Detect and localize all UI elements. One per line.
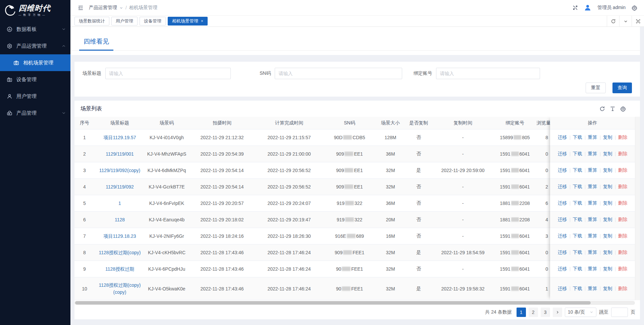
migrate-action-link[interactable]: 迁移 xyxy=(558,151,567,157)
download-action-link[interactable]: 下载 xyxy=(573,266,582,272)
sidebar-item-数据看板[interactable]: 数据看板 xyxy=(0,21,70,38)
scene-title-link[interactable]: 1128 xyxy=(115,217,125,222)
breadcrumb-parent[interactable]: 产品运营管理 xyxy=(89,5,117,11)
recompute-action-link[interactable]: 重算 xyxy=(588,200,597,206)
migrate-action-link[interactable]: 迁移 xyxy=(558,266,567,272)
scene-title-link[interactable]: 1128授权过期(copy) xyxy=(99,250,141,255)
migrate-action-link[interactable]: 迁移 xyxy=(558,286,567,292)
copy-action-link[interactable]: 复制 xyxy=(603,151,612,157)
scene-title-link[interactable]: 1129/119/001 xyxy=(106,151,134,157)
scene-title-link[interactable]: 项目1129.18.23 xyxy=(103,233,136,239)
recompute-action-link[interactable]: 重算 xyxy=(588,286,597,292)
copy-action-link[interactable]: 复制 xyxy=(603,200,612,206)
page-button-1[interactable]: 1 xyxy=(517,308,526,317)
download-action-link[interactable]: 下载 xyxy=(573,151,582,157)
nav-tab-设备管理[interactable]: 设备管理 xyxy=(140,17,166,25)
copy-action-link[interactable]: 复制 xyxy=(603,250,612,256)
scene-title-link[interactable]: 1128授权过期 xyxy=(105,266,134,272)
copy-action-link[interactable]: 复制 xyxy=(603,266,612,272)
sidebar-collapse-icon[interactable] xyxy=(78,5,84,11)
migrate-action-link[interactable]: 迁移 xyxy=(558,250,567,256)
download-action-link[interactable]: 下载 xyxy=(573,167,582,173)
migrate-action-link[interactable]: 迁移 xyxy=(558,184,567,190)
maximize-frame-icon[interactable] xyxy=(632,16,644,26)
migrate-action-link[interactable]: 迁移 xyxy=(558,233,567,239)
recompute-action-link[interactable]: 重算 xyxy=(588,134,597,141)
chevron-down-icon[interactable] xyxy=(619,16,632,26)
horizontal-scrollbar-thumb[interactable] xyxy=(75,301,591,305)
delete-action-link[interactable]: 删除 xyxy=(618,200,628,206)
download-action-link[interactable]: 下载 xyxy=(573,233,582,239)
copy-action-link[interactable]: 复制 xyxy=(603,217,612,223)
delete-action-link[interactable]: 删除 xyxy=(618,167,628,173)
sn-input[interactable] xyxy=(275,68,402,79)
scene-title-input[interactable] xyxy=(105,68,231,79)
fullscreen-icon[interactable] xyxy=(573,5,578,10)
reset-button[interactable]: 重置 xyxy=(586,83,606,93)
copy-action-link[interactable]: 复制 xyxy=(603,286,612,292)
delete-action-link[interactable]: 删除 xyxy=(618,266,628,272)
nav-tab-场景数据统计[interactable]: 场景数据统计 xyxy=(74,17,109,25)
migrate-action-link[interactable]: 迁移 xyxy=(558,167,567,173)
tab-siwei-kanjian[interactable]: 四维看见 xyxy=(79,37,113,51)
migrate-action-link[interactable]: 迁移 xyxy=(558,217,567,223)
delete-action-link[interactable]: 删除 xyxy=(618,286,628,292)
column-settings-gear-icon[interactable] xyxy=(620,106,626,112)
recompute-action-link[interactable]: 重算 xyxy=(588,266,597,272)
delete-action-link[interactable]: 删除 xyxy=(618,233,628,239)
export-icon[interactable] xyxy=(610,106,615,112)
copy-action-link[interactable]: 复制 xyxy=(603,134,612,141)
refresh-icon[interactable] xyxy=(599,106,605,112)
horizontal-scrollbar[interactable] xyxy=(74,301,635,305)
page-button-3[interactable]: 3 xyxy=(541,308,550,317)
delete-action-link[interactable]: 删除 xyxy=(618,217,628,223)
nav-tab-相机场景管理[interactable]: 相机场景管理× xyxy=(168,17,208,25)
compute-done-time: 2022-11-29 18:26:30 xyxy=(256,233,323,239)
download-action-link[interactable]: 下载 xyxy=(573,134,582,141)
scene-title-link[interactable]: 项目1129.19.57 xyxy=(103,135,136,140)
refresh-icon[interactable] xyxy=(607,16,619,26)
vertical-scrollbar[interactable] xyxy=(635,117,640,300)
recompute-action-link[interactable]: 重算 xyxy=(588,151,597,157)
download-action-link[interactable]: 下载 xyxy=(573,250,582,256)
gear-icon[interactable] xyxy=(632,5,637,11)
recompute-action-link[interactable]: 重算 xyxy=(588,250,597,256)
copy-time: 2022-11-29 20:59:00 xyxy=(433,168,493,173)
search-button[interactable]: 查询 xyxy=(612,83,632,93)
user-name[interactable]: 管理员 admin xyxy=(597,5,626,11)
recompute-action-link[interactable]: 重算 xyxy=(588,217,597,223)
delete-action-link[interactable]: 删除 xyxy=(618,250,628,256)
delete-action-link[interactable]: 删除 xyxy=(618,184,628,190)
delete-action-link[interactable]: 删除 xyxy=(618,134,628,141)
copy-action-link[interactable]: 复制 xyxy=(603,184,612,190)
download-action-link[interactable]: 下载 xyxy=(573,217,582,223)
scene-title-link[interactable]: 1129/119/092 xyxy=(106,184,134,189)
copy-action-link[interactable]: 复制 xyxy=(603,233,612,239)
delete-action-link[interactable]: 删除 xyxy=(618,151,628,157)
migrate-action-link[interactable]: 迁移 xyxy=(558,134,567,141)
bound-account-input[interactable] xyxy=(436,68,540,79)
copy-action-link[interactable]: 复制 xyxy=(603,167,612,173)
shoot-time: 2022-11-29 20:20:57 xyxy=(189,201,256,206)
recompute-action-link[interactable]: 重算 xyxy=(588,233,597,239)
recompute-action-link[interactable]: 重算 xyxy=(588,167,597,173)
migrate-action-link[interactable]: 迁移 xyxy=(558,200,567,206)
recompute-action-link[interactable]: 重算 xyxy=(588,184,597,190)
close-icon[interactable]: × xyxy=(201,19,203,23)
page-button-2[interactable]: 2 xyxy=(529,308,538,317)
scene-title-link[interactable]: 1 xyxy=(118,201,121,206)
sidebar-item-设备管理[interactable]: 设备管理 xyxy=(0,71,70,88)
download-action-link[interactable]: 下载 xyxy=(573,184,582,190)
sidebar-item-用户管理[interactable]: 用户管理 xyxy=(0,88,70,105)
scene-title-link[interactable]: 1129/119/092(copy) xyxy=(99,168,140,173)
sidebar-item-产品运营管理[interactable]: 产品运营管理 xyxy=(0,38,70,54)
scene-title-link[interactable]: 1128授权过期(copy) (copy) xyxy=(99,282,141,294)
sidebar-item-产品管理[interactable]: 产品管理 xyxy=(0,105,70,121)
page-size-select[interactable]: 10 条/页 xyxy=(565,308,596,317)
nav-tab-用户管理[interactable]: 用户管理 xyxy=(111,17,138,25)
download-action-link[interactable]: 下载 xyxy=(573,200,582,206)
sidebar-item-相机场景管理[interactable]: 相机场景管理 xyxy=(0,54,70,71)
download-action-link[interactable]: 下载 xyxy=(573,286,582,292)
next-page-button[interactable] xyxy=(553,308,562,317)
jump-page-input[interactable] xyxy=(611,308,628,317)
